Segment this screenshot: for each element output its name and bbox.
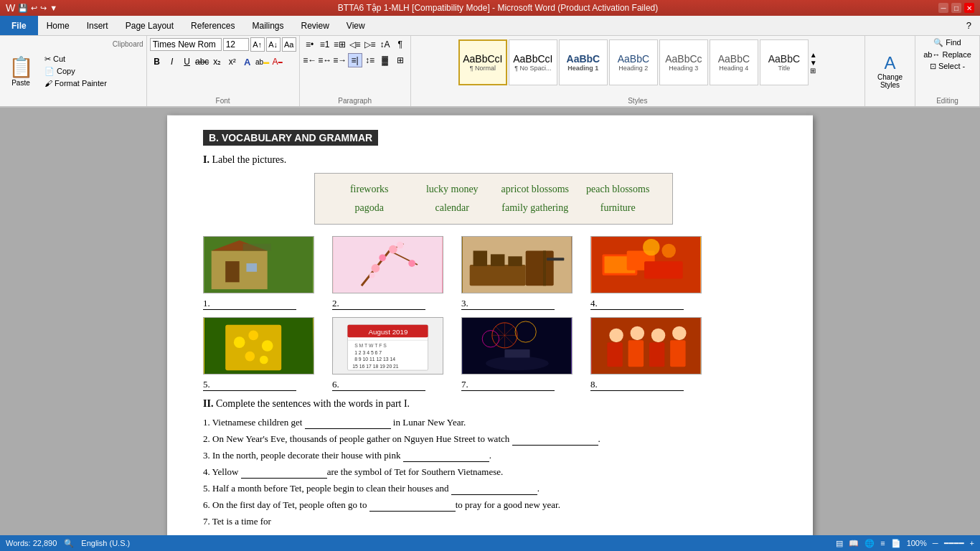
styles-scroll-down[interactable]: ▼	[810, 59, 817, 67]
img-cell-7: 7.	[461, 317, 576, 391]
style-heading2-button[interactable]: AaBbC Heading 2	[609, 39, 658, 85]
dropdown-icon[interactable]: ▼	[50, 4, 57, 12]
multilevel-list-button[interactable]: ≡⊞	[333, 37, 347, 52]
change-styles-button[interactable]: A Change Styles	[870, 50, 910, 92]
underline-button[interactable]: U	[180, 55, 194, 69]
sentence-1-num: 1.	[203, 417, 210, 428]
svg-point-35	[262, 340, 273, 352]
image-grid-row1: 1. 2.	[203, 236, 784, 310]
font-size-input[interactable]	[223, 38, 249, 51]
img-num-3: 3.	[461, 298, 555, 310]
menu-page-layout[interactable]: Page Layout	[117, 16, 182, 35]
status-icons: 🔍	[64, 539, 74, 548]
cut-button[interactable]: ✂ Cut	[42, 54, 110, 65]
show-formatting-button[interactable]: ¶	[393, 37, 407, 52]
sentence-4: 4. Yellow are the symbol of Tet for Sout…	[203, 466, 784, 479]
menu-references[interactable]: References	[182, 16, 243, 35]
align-center-button[interactable]: ≡↔	[318, 53, 332, 67]
font-color-button[interactable]: A▬	[270, 55, 285, 69]
style-no-spacing-button[interactable]: AaBbCcI ¶ No Spaci...	[509, 39, 557, 85]
view-web-icon[interactable]: 🌐	[864, 539, 875, 548]
menu-help[interactable]: ?	[958, 16, 980, 35]
zoom-slider[interactable]: ━━━━	[944, 539, 964, 548]
styles-scroll-up[interactable]: ▲	[810, 51, 817, 59]
increase-indent-button[interactable]: ▷≡	[363, 37, 377, 52]
justify-button[interactable]: ≡|	[348, 53, 362, 67]
align-left-button[interactable]: ≡←	[303, 53, 317, 67]
minimize-button[interactable]: ─	[938, 3, 948, 13]
blank-4[interactable]	[241, 466, 327, 479]
view-outline-icon[interactable]: ≡	[880, 539, 885, 547]
align-right-button[interactable]: ≡→	[333, 53, 347, 67]
doc-area[interactable]: B. VOCABULARY AND GRAMMAR I. Label the p…	[0, 108, 980, 535]
title-bar: W 💾 ↩ ↪ ▼ BTTA6 Tập 1-MLH [Compatibility…	[0, 0, 980, 16]
menu-mailings[interactable]: Mailings	[243, 16, 292, 35]
style-title-button[interactable]: AaBbC Title	[760, 39, 809, 85]
font-name-input[interactable]	[150, 38, 222, 51]
save-icon[interactable]: 💾	[18, 4, 28, 13]
subscript-button[interactable]: x₂	[210, 55, 225, 69]
style-normal-button[interactable]: AaBbCcI ¶ Normal	[458, 39, 507, 85]
copy-button[interactable]: 📄 Copy	[42, 66, 110, 77]
font-size-decrease-button[interactable]: A↓	[266, 37, 281, 52]
maximize-button[interactable]: □	[951, 3, 961, 13]
paste-button[interactable]: 📋 Paste	[3, 53, 39, 89]
blank-1[interactable]	[305, 417, 391, 429]
svg-point-30	[661, 244, 676, 258]
style-heading4-button[interactable]: AaBbC Heading 4	[710, 39, 758, 85]
bullet-list-button[interactable]: ≡•	[303, 37, 317, 52]
zoom-out-button[interactable]: ─	[933, 539, 938, 547]
img-cell-5: 5.	[203, 317, 318, 391]
text-highlight-button[interactable]: ab▬	[255, 55, 270, 69]
menu-home[interactable]: Home	[38, 16, 78, 35]
replace-button[interactable]: ab↔ Replace	[920, 50, 974, 60]
img-cell-3: 3.	[461, 236, 576, 310]
menu-insert[interactable]: Insert	[78, 16, 117, 35]
numbered-list-button[interactable]: ≡1	[318, 37, 332, 52]
menu-review[interactable]: Review	[292, 16, 337, 35]
style-heading3-button[interactable]: AaBbCc Heading 3	[659, 39, 708, 85]
font-size-increase-button[interactable]: A↑	[250, 37, 265, 52]
img-num-1: 1.	[203, 298, 296, 310]
format-painter-button[interactable]: 🖌 Format Painter	[42, 78, 110, 88]
word-calendar: calendar	[413, 201, 493, 215]
line-spacing-button[interactable]: ↕≡	[363, 53, 377, 67]
style-heading1-button[interactable]: AaBbC Heading 1	[559, 39, 608, 85]
superscript-button[interactable]: x²	[225, 55, 240, 69]
blank-6[interactable]	[369, 499, 456, 512]
svg-point-13	[372, 264, 380, 273]
zoom-in-button[interactable]: +	[970, 539, 974, 547]
sentence-4-num: 4.	[203, 466, 210, 477]
find-button[interactable]: 🔍 Find	[930, 37, 963, 48]
blank-2[interactable]	[512, 433, 598, 446]
borders-button[interactable]: ⊞	[393, 53, 407, 67]
sort-button[interactable]: ↕A	[378, 37, 392, 52]
decrease-indent-button[interactable]: ◁≡	[348, 37, 362, 52]
img-family	[590, 317, 702, 375]
styles-expand[interactable]: ⊞	[810, 67, 817, 75]
sentence-1: 1. Vietnamese children get in Lunar New …	[203, 417, 784, 429]
style-heading4-preview: AaBbC	[718, 53, 750, 65]
clipboard-label: Clipboard	[113, 40, 143, 103]
text-effect-button[interactable]: A	[240, 55, 255, 69]
undo-icon[interactable]: ↩	[31, 4, 37, 13]
view-draft-icon[interactable]: 📄	[891, 539, 901, 548]
page: B. VOCABULARY AND GRAMMAR I. Label the p…	[167, 116, 813, 535]
menu-view[interactable]: View	[338, 16, 374, 35]
blank-3[interactable]	[403, 450, 489, 462]
shading-button[interactable]: ▓	[378, 53, 392, 67]
view-reading-icon[interactable]: 📖	[849, 539, 859, 548]
img-fireworks	[461, 317, 573, 375]
strikethrough-button[interactable]: abc	[195, 55, 209, 69]
view-print-icon[interactable]: ▤	[836, 539, 843, 548]
blank-5[interactable]	[451, 483, 537, 495]
italic-button[interactable]: I	[165, 55, 179, 69]
svg-rect-65	[670, 340, 685, 367]
close-button[interactable]: ✕	[964, 3, 974, 13]
select-button[interactable]: ⊡ Select -	[927, 61, 968, 72]
sentence-3-num: 3.	[203, 450, 210, 461]
redo-icon[interactable]: ↪	[40, 4, 47, 13]
bold-button[interactable]: B	[150, 55, 164, 69]
clear-format-button[interactable]: Aa	[282, 37, 296, 52]
menu-file[interactable]: File	[0, 16, 38, 35]
